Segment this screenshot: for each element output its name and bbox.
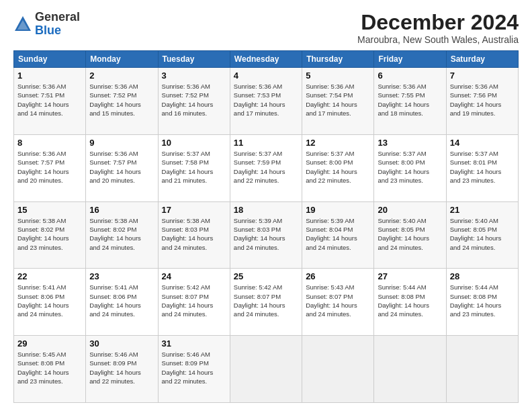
calendar-week-5: 29Sunrise: 5:45 AM Sunset: 8:08 PM Dayli… [14,336,519,403]
day-number: 18 [234,205,298,215]
location: Maroubra, New South Wales, Australia [357,34,519,45]
calendar-week-3: 15Sunrise: 5:38 AM Sunset: 8:02 PM Dayli… [14,201,519,269]
calendar-header-wednesday: Wednesday [230,51,302,68]
day-info: Sunrise: 5:37 AM Sunset: 7:59 PM Dayligh… [234,149,298,185]
month-title: December 2024 [357,11,519,34]
day-number: 16 [89,205,154,215]
day-info: Sunrise: 5:36 AM Sunset: 7:56 PM Dayligh… [450,82,515,118]
day-info: Sunrise: 5:44 AM Sunset: 8:08 PM Dayligh… [378,283,442,318]
day-number: 10 [162,138,226,148]
day-number: 26 [306,271,370,281]
calendar-cell: 25Sunrise: 5:42 AM Sunset: 8:07 PM Dayli… [230,269,302,336]
day-info: Sunrise: 5:43 AM Sunset: 8:07 PM Dayligh… [306,283,370,318]
day-info: Sunrise: 5:36 AM Sunset: 7:51 PM Dayligh… [17,82,82,118]
logo-general: General [35,10,80,24]
calendar-header-saturday: Saturday [446,51,518,68]
calendar-cell: 15Sunrise: 5:38 AM Sunset: 8:02 PM Dayli… [14,201,86,269]
day-info: Sunrise: 5:45 AM Sunset: 8:08 PM Dayligh… [17,350,82,385]
day-number: 24 [162,271,226,281]
day-number: 7 [450,71,515,81]
day-number: 11 [234,138,298,148]
calendar-cell: 16Sunrise: 5:38 AM Sunset: 8:02 PM Dayli… [86,201,158,269]
day-info: Sunrise: 5:36 AM Sunset: 7:53 PM Dayligh… [234,82,298,118]
calendar-cell: 26Sunrise: 5:43 AM Sunset: 8:07 PM Dayli… [302,269,374,336]
day-number: 20 [378,205,442,215]
day-info: Sunrise: 5:40 AM Sunset: 8:05 PM Dayligh… [450,216,515,252]
calendar-header-sunday: Sunday [14,51,86,68]
calendar-cell: 11Sunrise: 5:37 AM Sunset: 7:59 PM Dayli… [230,134,302,201]
day-info: Sunrise: 5:37 AM Sunset: 7:58 PM Dayligh… [162,149,226,185]
calendar-cell: 4Sunrise: 5:36 AM Sunset: 7:53 PM Daylig… [230,68,302,135]
calendar-cell: 5Sunrise: 5:36 AM Sunset: 7:54 PM Daylig… [302,68,374,135]
calendar-cell: 23Sunrise: 5:41 AM Sunset: 8:06 PM Dayli… [86,269,158,336]
day-info: Sunrise: 5:38 AM Sunset: 8:02 PM Dayligh… [17,216,82,252]
calendar-cell: 6Sunrise: 5:36 AM Sunset: 7:55 PM Daylig… [374,68,446,135]
calendar-header-thursday: Thursday [302,51,374,68]
day-info: Sunrise: 5:44 AM Sunset: 8:08 PM Dayligh… [450,283,515,318]
calendar-cell: 13Sunrise: 5:37 AM Sunset: 8:00 PM Dayli… [374,134,446,201]
day-info: Sunrise: 5:40 AM Sunset: 8:05 PM Dayligh… [378,216,442,252]
day-number: 31 [162,338,226,349]
day-info: Sunrise: 5:39 AM Sunset: 8:03 PM Dayligh… [234,216,298,252]
day-info: Sunrise: 5:37 AM Sunset: 8:01 PM Dayligh… [450,149,515,185]
day-info: Sunrise: 5:46 AM Sunset: 8:09 PM Dayligh… [162,350,226,385]
day-info: Sunrise: 5:37 AM Sunset: 8:00 PM Dayligh… [378,149,442,185]
title-block: December 2024 Maroubra, New South Wales,… [357,11,519,45]
calendar-cell: 20Sunrise: 5:40 AM Sunset: 8:05 PM Dayli… [374,201,446,269]
day-number: 28 [450,271,515,281]
day-number: 1 [17,71,82,81]
logo-blue: Blue [35,24,61,37]
calendar-cell: 8Sunrise: 5:36 AM Sunset: 7:57 PM Daylig… [14,134,86,201]
day-info: Sunrise: 5:36 AM Sunset: 7:54 PM Dayligh… [306,82,370,118]
page: General Blue December 2024 Maroubra, New… [0,0,532,411]
calendar-cell: 3Sunrise: 5:36 AM Sunset: 7:52 PM Daylig… [158,68,230,135]
calendar-cell: 21Sunrise: 5:40 AM Sunset: 8:05 PM Dayli… [446,201,518,269]
logo: General Blue [13,11,80,38]
calendar-header-tuesday: Tuesday [158,51,230,68]
calendar-cell: 12Sunrise: 5:37 AM Sunset: 8:00 PM Dayli… [302,134,374,201]
day-info: Sunrise: 5:37 AM Sunset: 8:00 PM Dayligh… [306,149,370,185]
day-number: 3 [162,71,226,81]
calendar-cell [302,336,374,403]
calendar-cell: 27Sunrise: 5:44 AM Sunset: 8:08 PM Dayli… [374,269,446,336]
day-info: Sunrise: 5:42 AM Sunset: 8:07 PM Dayligh… [234,283,298,318]
logo-text: General Blue [35,11,80,38]
day-number: 12 [306,138,370,148]
day-number: 9 [89,138,154,148]
day-number: 27 [378,271,442,281]
day-number: 8 [17,138,82,148]
calendar-header-monday: Monday [86,51,158,68]
calendar-cell: 10Sunrise: 5:37 AM Sunset: 7:58 PM Dayli… [158,134,230,201]
day-number: 14 [450,138,515,148]
calendar-week-1: 1Sunrise: 5:36 AM Sunset: 7:51 PM Daylig… [14,68,519,135]
day-number: 4 [234,71,298,81]
day-number: 22 [17,271,82,281]
day-info: Sunrise: 5:38 AM Sunset: 8:02 PM Dayligh… [89,216,154,252]
day-number: 25 [234,271,298,281]
day-info: Sunrise: 5:41 AM Sunset: 8:06 PM Dayligh… [17,283,82,318]
day-number: 30 [89,338,154,349]
day-number: 13 [378,138,442,148]
calendar-cell: 7Sunrise: 5:36 AM Sunset: 7:56 PM Daylig… [446,68,518,135]
day-info: Sunrise: 5:38 AM Sunset: 8:03 PM Dayligh… [162,216,226,252]
day-info: Sunrise: 5:36 AM Sunset: 7:55 PM Dayligh… [378,82,442,118]
day-number: 15 [17,205,82,215]
day-info: Sunrise: 5:36 AM Sunset: 7:57 PM Dayligh… [17,149,82,185]
calendar-cell: 2Sunrise: 5:36 AM Sunset: 7:52 PM Daylig… [86,68,158,135]
calendar-cell [374,336,446,403]
calendar-week-2: 8Sunrise: 5:36 AM Sunset: 7:57 PM Daylig… [14,134,519,201]
day-number: 17 [162,205,226,215]
day-number: 23 [89,271,154,281]
calendar-cell: 1Sunrise: 5:36 AM Sunset: 7:51 PM Daylig… [14,68,86,135]
calendar-cell: 30Sunrise: 5:46 AM Sunset: 8:09 PM Dayli… [86,336,158,403]
calendar-cell: 9Sunrise: 5:36 AM Sunset: 7:57 PM Daylig… [86,134,158,201]
calendar-cell: 14Sunrise: 5:37 AM Sunset: 8:01 PM Dayli… [446,134,518,201]
day-info: Sunrise: 5:41 AM Sunset: 8:06 PM Dayligh… [89,283,154,318]
day-info: Sunrise: 5:39 AM Sunset: 8:04 PM Dayligh… [306,216,370,252]
day-info: Sunrise: 5:42 AM Sunset: 8:07 PM Dayligh… [162,283,226,318]
day-info: Sunrise: 5:36 AM Sunset: 7:57 PM Dayligh… [89,149,154,185]
calendar-week-4: 22Sunrise: 5:41 AM Sunset: 8:06 PM Dayli… [14,269,519,336]
calendar-cell [446,336,518,403]
day-number: 2 [89,71,154,81]
day-info: Sunrise: 5:36 AM Sunset: 7:52 PM Dayligh… [162,82,226,118]
